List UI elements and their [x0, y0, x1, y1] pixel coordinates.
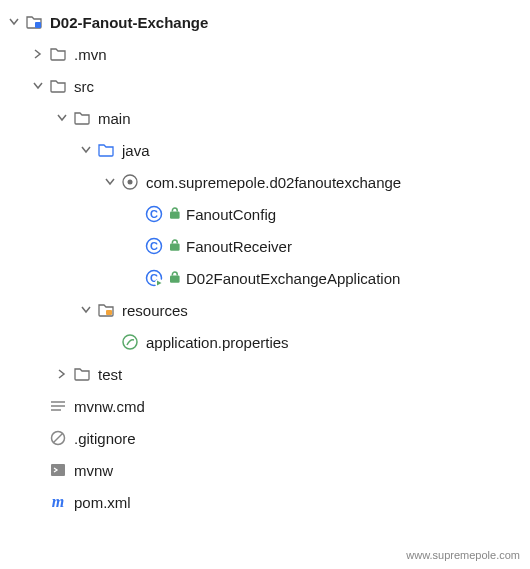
lock-icon [170, 269, 182, 287]
shell-script-icon [48, 461, 68, 479]
text-file-icon [48, 397, 68, 415]
folder-icon [72, 109, 92, 127]
tree-item-label: D02-Fanout-Exchange [50, 14, 208, 31]
tree-item-mvnw[interactable]: mvnw [4, 454, 526, 486]
tree-item-label: .mvn [74, 46, 107, 63]
runnable-class-icon [144, 269, 164, 287]
tree-item-label: main [98, 110, 131, 127]
class-icon [144, 205, 164, 223]
project-tree: D02-Fanout-Exchange .mvn src main java c… [4, 6, 526, 518]
resources-folder-icon [96, 301, 116, 319]
tree-item-label: FanoutReceiver [186, 238, 292, 255]
tree-item-label: test [98, 366, 122, 383]
tree-item-java-folder[interactable]: java [4, 134, 526, 166]
tree-item-package[interactable]: com.supremepole.d02fanoutexchange [4, 166, 526, 198]
chevron-down-icon[interactable] [76, 145, 96, 155]
class-icon [144, 237, 164, 255]
tree-item-application-properties[interactable]: application.properties [4, 326, 526, 358]
tree-item-class-fanoutreceiver[interactable]: FanoutReceiver [4, 230, 526, 262]
tree-item-label: java [122, 142, 150, 159]
watermark: www.supremepole.com [406, 549, 520, 561]
tree-item-label: com.supremepole.d02fanoutexchange [146, 174, 401, 191]
tree-item-label: mvnw [74, 462, 113, 479]
tree-item-label: pom.xml [74, 494, 131, 511]
lock-icon [170, 237, 182, 255]
tree-item-root[interactable]: D02-Fanout-Exchange [4, 6, 526, 38]
package-icon [120, 173, 140, 191]
tree-item-label: mvnw.cmd [74, 398, 145, 415]
chevron-right-icon[interactable] [52, 369, 72, 379]
folder-icon [72, 365, 92, 383]
chevron-down-icon[interactable] [4, 17, 24, 27]
chevron-down-icon[interactable] [52, 113, 72, 123]
chevron-down-icon[interactable] [76, 305, 96, 315]
chevron-down-icon[interactable] [100, 177, 120, 187]
tree-item-pom-xml[interactable]: pom.xml [4, 486, 526, 518]
tree-item-main-folder[interactable]: main [4, 102, 526, 134]
tree-item-test-folder[interactable]: test [4, 358, 526, 390]
source-folder-icon [96, 141, 116, 159]
tree-item-label: application.properties [146, 334, 289, 351]
chevron-right-icon[interactable] [28, 49, 48, 59]
tree-item-label: resources [122, 302, 188, 319]
tree-item-mvn-folder[interactable]: .mvn [4, 38, 526, 70]
tree-item-label: FanoutConfig [186, 206, 276, 223]
module-folder-icon [24, 13, 44, 31]
tree-item-class-application[interactable]: D02FanoutExchangeApplication [4, 262, 526, 294]
tree-item-label: .gitignore [74, 430, 136, 447]
folder-icon [48, 77, 68, 95]
tree-item-gitignore[interactable]: .gitignore [4, 422, 526, 454]
tree-item-resources-folder[interactable]: resources [4, 294, 526, 326]
ignore-file-icon [48, 429, 68, 447]
chevron-down-icon[interactable] [28, 81, 48, 91]
folder-icon [48, 45, 68, 63]
tree-item-label: src [74, 78, 94, 95]
lock-icon [170, 205, 182, 223]
maven-icon [48, 493, 68, 511]
tree-item-label: D02FanoutExchangeApplication [186, 270, 400, 287]
spring-config-icon [120, 333, 140, 351]
tree-item-mvnw-cmd[interactable]: mvnw.cmd [4, 390, 526, 422]
tree-item-class-fanoutconfig[interactable]: FanoutConfig [4, 198, 526, 230]
tree-item-src-folder[interactable]: src [4, 70, 526, 102]
